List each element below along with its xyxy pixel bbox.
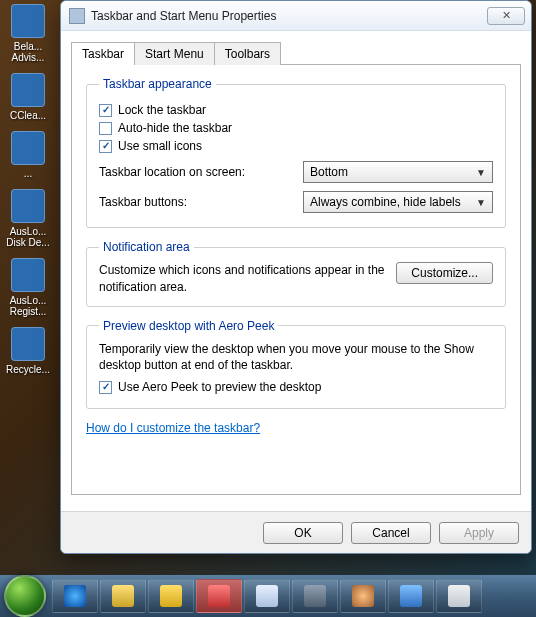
label-autohide-taskbar: Auto-hide the taskbar <box>118 121 232 135</box>
tab-panel-taskbar: Taskbar appearance ✓ Lock the taskbar Au… <box>71 65 521 495</box>
desktop-icon[interactable]: AusLo... Regist... <box>2 258 54 317</box>
desktop-icon[interactable]: CClea... <box>2 73 54 121</box>
taskbar-item-people[interactable] <box>388 579 434 613</box>
taskbar-item-snipping[interactable] <box>196 579 242 613</box>
taskbar-item-properties[interactable] <box>436 579 482 613</box>
taskbar-item-ie[interactable] <box>52 579 98 613</box>
dialog-body: Taskbar Start Menu Toolbars Taskbar appe… <box>61 31 531 511</box>
checkbox-autohide-taskbar[interactable] <box>99 122 112 135</box>
dropdown-taskbar-location[interactable]: Bottom ▼ <box>303 161 493 183</box>
chevron-down-icon: ▼ <box>476 197 486 208</box>
checkbox-small-icons[interactable]: ✓ <box>99 140 112 153</box>
ok-button[interactable]: OK <box>263 522 343 544</box>
help-link[interactable]: How do I customize the taskbar? <box>86 421 260 435</box>
group-aero-peek: Preview desktop with Aero Peek Temporari… <box>86 319 506 410</box>
ie-icon <box>64 585 86 607</box>
desktop-icon[interactable]: Bela... Advis... <box>2 4 54 63</box>
desktop-icon[interactable]: AusLo... Disk De... <box>2 189 54 248</box>
taskbar-item-app[interactable] <box>292 579 338 613</box>
group-appearance-legend: Taskbar appearance <box>99 77 216 91</box>
group-aero-peek-legend: Preview desktop with Aero Peek <box>99 319 278 333</box>
label-taskbar-buttons: Taskbar buttons: <box>99 195 187 209</box>
window-icon <box>69 8 85 24</box>
tab-toolbars[interactable]: Toolbars <box>214 42 281 65</box>
taskbar <box>0 575 536 617</box>
taskbar-item-paint[interactable] <box>340 579 386 613</box>
chevron-down-icon: ▼ <box>476 167 486 178</box>
checkbox-lock-taskbar[interactable]: ✓ <box>99 104 112 117</box>
taskbar-item-explorer[interactable] <box>100 579 146 613</box>
sticky-note-icon <box>160 585 182 607</box>
paint-icon <box>352 585 374 607</box>
dropdown-taskbar-location-value: Bottom <box>310 165 348 179</box>
people-icon <box>400 585 422 607</box>
properties-icon <box>448 585 470 607</box>
label-aero-peek: Use Aero Peek to preview the desktop <box>118 380 321 394</box>
taskbar-item-calc[interactable] <box>244 579 290 613</box>
group-appearance: Taskbar appearance ✓ Lock the taskbar Au… <box>86 77 506 228</box>
dropdown-taskbar-buttons-value: Always combine, hide labels <box>310 195 461 209</box>
taskbar-item-sticky[interactable] <box>148 579 194 613</box>
calculator-icon <box>256 585 278 607</box>
label-lock-taskbar: Lock the taskbar <box>118 103 206 117</box>
apply-button[interactable]: Apply <box>439 522 519 544</box>
desktop-icon[interactable]: Recycle... <box>2 327 54 375</box>
snipping-icon <box>208 585 230 607</box>
tab-taskbar[interactable]: Taskbar <box>71 42 135 65</box>
customize-button[interactable]: Customize... <box>396 262 493 284</box>
app-icon <box>304 585 326 607</box>
label-small-icons: Use small icons <box>118 139 202 153</box>
folder-icon <box>112 585 134 607</box>
close-button[interactable]: ✕ <box>487 7 525 25</box>
group-notification-legend: Notification area <box>99 240 194 254</box>
titlebar[interactable]: Taskbar and Start Menu Properties ✕ <box>61 1 531 31</box>
dialog-button-bar: OK Cancel Apply <box>61 511 531 553</box>
checkbox-aero-peek[interactable]: ✓ <box>99 381 112 394</box>
properties-dialog: Taskbar and Start Menu Properties ✕ Task… <box>60 0 532 554</box>
notification-text: Customize which icons and notifications … <box>99 262 386 296</box>
group-notification: Notification area Customize which icons … <box>86 240 506 307</box>
cancel-button[interactable]: Cancel <box>351 522 431 544</box>
desktop-area: Bela... Advis... CClea... ... AusLo... D… <box>0 0 60 570</box>
start-button[interactable] <box>4 575 46 617</box>
tab-strip: Taskbar Start Menu Toolbars <box>71 41 521 65</box>
window-title: Taskbar and Start Menu Properties <box>91 9 487 23</box>
label-taskbar-location: Taskbar location on screen: <box>99 165 245 179</box>
desktop-icon[interactable]: ... <box>2 131 54 179</box>
dropdown-taskbar-buttons[interactable]: Always combine, hide labels ▼ <box>303 191 493 213</box>
tab-startmenu[interactable]: Start Menu <box>134 42 215 65</box>
aero-peek-text: Temporarily view the desktop when you mo… <box>99 341 493 375</box>
